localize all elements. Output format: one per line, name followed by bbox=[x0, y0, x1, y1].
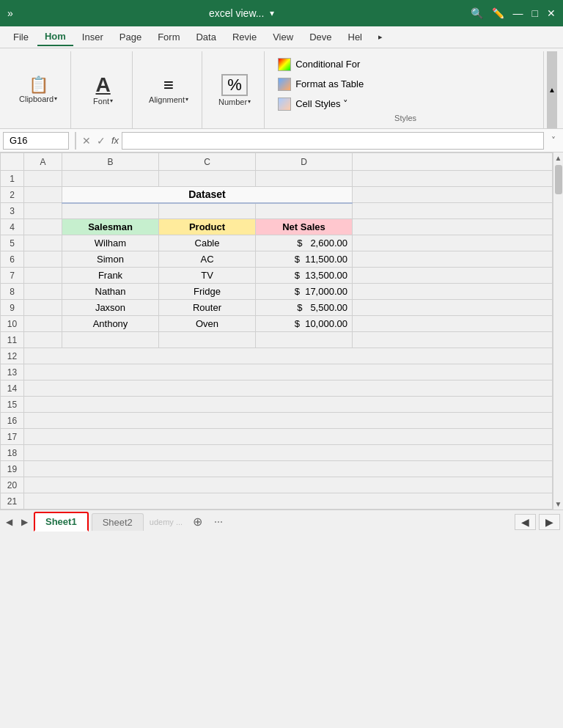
conditional-formatting-btn[interactable]: Conditional For bbox=[273, 54, 537, 74]
row-num-2[interactable]: 2 bbox=[1, 187, 24, 203]
cell-b9[interactable]: Jaxson bbox=[62, 300, 159, 316]
cell-a6[interactable] bbox=[24, 251, 62, 268]
col-header-d[interactable]: D bbox=[256, 153, 353, 171]
cell-d10[interactable]: $ 10,000.00 bbox=[256, 316, 353, 332]
sheet-tab-sheet2[interactable]: Sheet2 bbox=[92, 513, 144, 531]
row-num-1[interactable]: 1 bbox=[1, 171, 24, 187]
row-num-3[interactable]: 3 bbox=[1, 203, 24, 219]
menu-view[interactable]: View bbox=[265, 29, 301, 45]
cell-row16[interactable] bbox=[24, 413, 553, 429]
alignment-btn[interactable]: ≡ Alignment ▾ bbox=[144, 73, 193, 107]
menu-page[interactable]: Page bbox=[112, 29, 149, 45]
maximize-icon[interactable]: □ bbox=[532, 7, 538, 19]
row-num-16[interactable]: 16 bbox=[1, 413, 24, 429]
cell-row18[interactable] bbox=[24, 445, 553, 461]
cell-e9[interactable] bbox=[353, 300, 553, 316]
cell-e1[interactable] bbox=[353, 171, 553, 187]
cell-a5[interactable] bbox=[24, 235, 62, 251]
format-as-table-btn[interactable]: Format as Table bbox=[273, 74, 537, 94]
row-num-10[interactable]: 10 bbox=[1, 316, 24, 332]
cell-e8[interactable] bbox=[353, 284, 553, 300]
row-num-20[interactable]: 20 bbox=[1, 477, 24, 493]
vertical-scrollbar[interactable]: ▲ ▼ bbox=[553, 152, 563, 510]
cell-c1[interactable] bbox=[159, 171, 256, 187]
cell-e3[interactable] bbox=[353, 203, 553, 219]
menu-formulas[interactable]: Form bbox=[150, 29, 187, 45]
cell-b11[interactable] bbox=[62, 332, 159, 348]
row-num-7[interactable]: 7 bbox=[1, 268, 24, 284]
pen-icon[interactable]: ✏️ bbox=[492, 7, 504, 19]
cell-e11[interactable] bbox=[353, 332, 553, 348]
cell-c3[interactable] bbox=[159, 203, 256, 219]
cell-a8[interactable] bbox=[24, 284, 62, 300]
cell-a11[interactable] bbox=[24, 332, 62, 348]
cancel-formula-icon[interactable]: ✕ bbox=[82, 135, 91, 147]
number-btn[interactable]: % Number ▾ bbox=[214, 71, 255, 109]
formula-input[interactable] bbox=[122, 132, 544, 150]
row-num-17[interactable]: 17 bbox=[1, 429, 24, 445]
cell-d11[interactable] bbox=[256, 332, 353, 348]
close-icon[interactable]: ✕ bbox=[547, 7, 556, 19]
ribbon-collapse-btn[interactable]: ▲ bbox=[547, 51, 557, 128]
row-num-12[interactable]: 12 bbox=[1, 348, 24, 364]
cell-d1[interactable] bbox=[256, 171, 353, 187]
menu-dots[interactable]: » bbox=[7, 7, 13, 19]
row-num-21[interactable]: 21 bbox=[1, 493, 24, 510]
sheet-tab-sheet1[interactable]: Sheet1 bbox=[34, 512, 89, 532]
cell-row17[interactable] bbox=[24, 429, 553, 445]
cell-row12[interactable] bbox=[24, 348, 553, 364]
nav-arrow-left[interactable]: ◀ bbox=[515, 514, 536, 530]
cell-a2[interactable] bbox=[24, 187, 62, 203]
cell-a4[interactable] bbox=[24, 219, 62, 235]
tab-nav-first[interactable]: ◀ bbox=[3, 515, 15, 529]
row-num-18[interactable]: 18 bbox=[1, 445, 24, 461]
cell-d4-netsales[interactable]: Net Sales bbox=[256, 219, 353, 235]
cell-e4[interactable] bbox=[353, 219, 553, 235]
cell-row20[interactable] bbox=[24, 477, 553, 493]
cell-row19[interactable] bbox=[24, 461, 553, 477]
cell-c9[interactable]: Router bbox=[159, 300, 256, 316]
cell-d7[interactable]: $ 13,500.00 bbox=[256, 268, 353, 284]
cell-a9[interactable] bbox=[24, 300, 62, 316]
cell-b1[interactable] bbox=[62, 171, 159, 187]
add-sheet-btn[interactable]: ⊕ bbox=[188, 513, 207, 530]
row-num-19[interactable]: 19 bbox=[1, 461, 24, 477]
minimize-icon[interactable]: — bbox=[513, 7, 523, 19]
row-num-11[interactable]: 11 bbox=[1, 332, 24, 348]
search-icon[interactable]: 🔍 bbox=[471, 7, 483, 19]
cell-styles-btn[interactable]: Cell Styles ˅ bbox=[273, 94, 537, 114]
cell-row21[interactable] bbox=[24, 493, 553, 510]
cell-d9[interactable]: $ 5,500.00 bbox=[256, 300, 353, 316]
menu-more[interactable]: ▸ bbox=[371, 29, 390, 45]
menu-home[interactable]: Hom bbox=[37, 28, 73, 46]
cell-e2[interactable] bbox=[353, 187, 553, 203]
cell-b3[interactable] bbox=[62, 203, 159, 219]
cell-a3[interactable] bbox=[24, 203, 62, 219]
cell-row15[interactable] bbox=[24, 397, 553, 413]
cell-e10[interactable] bbox=[353, 316, 553, 332]
cell-b6[interactable]: Simon bbox=[62, 251, 159, 268]
cell-b5[interactable]: Wilham bbox=[62, 235, 159, 251]
scroll-up-arrow[interactable]: ▲ bbox=[555, 154, 562, 162]
col-header-a[interactable]: A bbox=[24, 153, 62, 171]
formula-expand-btn[interactable]: ˅ bbox=[547, 134, 560, 147]
cell-row14[interactable] bbox=[24, 380, 553, 397]
scroll-thumb[interactable] bbox=[555, 165, 562, 194]
cell-e7[interactable] bbox=[353, 268, 553, 284]
row-num-9[interactable]: 9 bbox=[1, 300, 24, 316]
cell-c6[interactable]: AC bbox=[159, 251, 256, 268]
col-header-b[interactable]: B bbox=[62, 153, 159, 171]
menu-developer[interactable]: Deve bbox=[302, 29, 339, 45]
cell-a7[interactable] bbox=[24, 268, 62, 284]
row-num-6[interactable]: 6 bbox=[1, 251, 24, 268]
cell-a10[interactable] bbox=[24, 316, 62, 332]
cell-d8[interactable]: $ 17,000.00 bbox=[256, 284, 353, 300]
row-num-15[interactable]: 15 bbox=[1, 397, 24, 413]
cell-e5[interactable] bbox=[353, 235, 553, 251]
cell-b10[interactable]: Anthony bbox=[62, 316, 159, 332]
row-num-14[interactable]: 14 bbox=[1, 380, 24, 397]
cell-d6[interactable]: $ 11,500.00 bbox=[256, 251, 353, 268]
cell-c5[interactable]: Cable bbox=[159, 235, 256, 251]
cell-d5[interactable]: $ 2,600.00 bbox=[256, 235, 353, 251]
cell-e6[interactable] bbox=[353, 251, 553, 268]
